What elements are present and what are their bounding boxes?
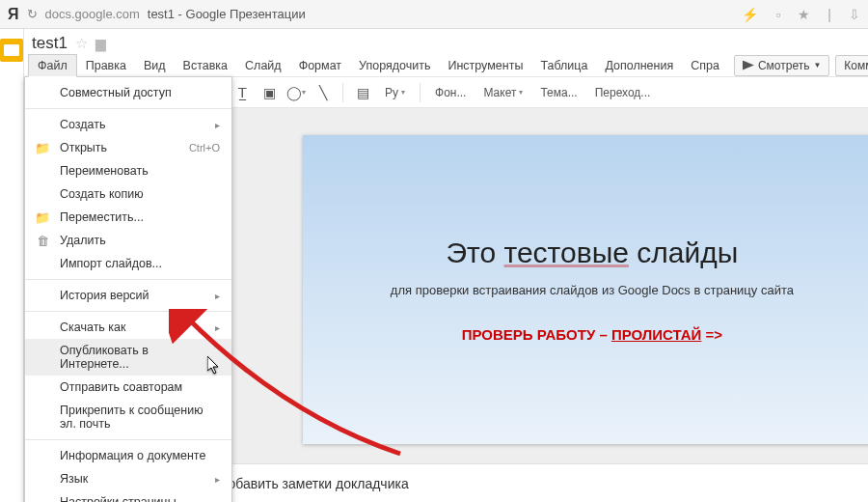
menu-item-docinfo[interactable]: Информация о документе bbox=[25, 444, 231, 467]
menu-item-label: Отправить соавторам bbox=[60, 380, 182, 394]
theme-button[interactable]: Тема... bbox=[534, 86, 583, 99]
menu-item-label: История версий bbox=[60, 289, 149, 302]
bookmark-star-icon[interactable]: ★ bbox=[798, 7, 810, 22]
trash-icon: 🗑 bbox=[35, 234, 50, 248]
slides-logo-icon[interactable] bbox=[0, 39, 23, 62]
slide-title[interactable]: Это тестовые слайды bbox=[447, 237, 739, 269]
lock-icon[interactable]: ▫ bbox=[775, 7, 780, 22]
menu-item-label: Создать копию bbox=[60, 187, 144, 201]
present-button[interactable]: Смотреть ▼ bbox=[734, 55, 829, 76]
url-host[interactable]: docs.google.com bbox=[45, 7, 140, 21]
layout-button[interactable]: Макет▾ bbox=[477, 86, 529, 99]
menu-item-open[interactable]: 📁ОткрытьCtrl+O bbox=[25, 136, 231, 159]
chevron-right-icon: ▸ bbox=[215, 120, 220, 130]
menu-item-new[interactable]: Создать▸ bbox=[25, 113, 231, 136]
separator: | bbox=[827, 7, 831, 22]
app-left-strip bbox=[0, 29, 24, 502]
menu-item-label: Удалить bbox=[60, 234, 106, 247]
menu-table[interactable]: Таблица bbox=[531, 55, 596, 76]
menu-insert[interactable]: Вставка bbox=[175, 55, 236, 76]
menu-slide[interactable]: Слайд bbox=[236, 55, 290, 76]
play-icon bbox=[743, 61, 754, 70]
reload-icon[interactable]: ↻ bbox=[27, 7, 38, 21]
menu-item-label: Открыть bbox=[60, 141, 107, 154]
menu-shortcut: Ctrl+O bbox=[189, 142, 220, 153]
menu-separator bbox=[25, 311, 231, 312]
menu-item-import[interactable]: Импорт слайдов... bbox=[25, 252, 231, 275]
textbox-icon[interactable]: T̲ bbox=[231, 82, 253, 103]
doc-title[interactable]: test1 bbox=[32, 34, 68, 53]
menu-edit[interactable]: Правка bbox=[77, 55, 135, 76]
menu-addons[interactable]: Дополнения bbox=[596, 55, 682, 76]
menu-separator bbox=[25, 439, 231, 440]
caret-down-icon: ▼ bbox=[813, 61, 821, 70]
present-label: Смотреть bbox=[758, 59, 810, 72]
menu-separator bbox=[25, 108, 231, 109]
shape-icon[interactable]: ◯▾ bbox=[285, 82, 307, 103]
menu-item-label: Переместить... bbox=[60, 210, 144, 224]
menu-item-share[interactable]: Совместный доступ bbox=[25, 81, 231, 104]
image-icon[interactable]: ▣ bbox=[258, 82, 280, 103]
menu-item-label: Переименовать bbox=[60, 164, 149, 178]
zoom-text[interactable]: Ру▾ bbox=[379, 86, 411, 99]
menu-view[interactable]: Вид bbox=[135, 55, 175, 76]
line-icon[interactable]: ╲ bbox=[312, 82, 334, 103]
slide-canvas[interactable]: Это тестовые слайды для проверки встраив… bbox=[303, 135, 868, 444]
download-icon[interactable]: ⇩ bbox=[849, 7, 860, 22]
menu-bar: Файл Правка Вид Вставка Слайд Формат Упо… bbox=[24, 54, 868, 77]
bolt-icon[interactable]: ⚡ bbox=[742, 7, 758, 22]
menu-item-copy[interactable]: Создать копию bbox=[25, 182, 231, 206]
star-icon[interactable]: ☆ bbox=[75, 35, 88, 52]
menu-item-label: Совместный доступ bbox=[60, 86, 172, 99]
menu-item-label: Информация о документе bbox=[60, 449, 205, 462]
menu-item-attach[interactable]: Прикрепить к сообщению эл. почть bbox=[25, 399, 231, 435]
comments-button[interactable]: Комментарии bbox=[835, 55, 868, 76]
menu-item-delete[interactable]: 🗑Удалить bbox=[25, 229, 231, 252]
menu-item-pagesetup[interactable]: Настройки страницы... bbox=[25, 490, 231, 502]
menu-item-publish[interactable]: Опубликовать в Интернете... bbox=[25, 339, 231, 376]
title-bar: test1 ☆ ▆ erokhova.mob@gmail.com ▼ bbox=[24, 29, 868, 54]
chevron-right-icon: ▸ bbox=[215, 474, 220, 485]
folder-icon[interactable]: ▆ bbox=[95, 36, 106, 51]
folder-icon: 📁 bbox=[35, 141, 50, 155]
menu-item-label: Язык bbox=[60, 472, 88, 486]
chevron-right-icon: ▸ bbox=[215, 322, 220, 333]
menu-item-lang[interactable]: Язык▸ bbox=[25, 467, 231, 490]
canvas-area: Это тестовые слайды для проверки встраив… bbox=[159, 108, 868, 502]
folder-icon: 📁 bbox=[35, 210, 50, 225]
chevron-right-icon: ▸ bbox=[215, 291, 220, 301]
menu-format[interactable]: Формат bbox=[290, 55, 350, 76]
menu-item-label: Импорт слайдов... bbox=[60, 257, 162, 270]
browser-logo: Я bbox=[8, 6, 19, 23]
background-button[interactable]: Фон... bbox=[429, 86, 472, 99]
menu-item-rename[interactable]: Переименовать bbox=[25, 159, 231, 182]
transition-button[interactable]: Переход... bbox=[589, 86, 657, 99]
menu-item-history[interactable]: История версий▸ bbox=[25, 284, 231, 307]
menu-item-label: Опубликовать в Интернете... bbox=[60, 344, 220, 371]
speaker-notes[interactable]: чтобы добавить заметки докладчика bbox=[159, 463, 868, 502]
menu-item-move[interactable]: 📁Переместить... bbox=[25, 206, 231, 229]
slide-subtitle[interactable]: для проверки встраивания слайдов из Goog… bbox=[391, 283, 794, 297]
comment-icon[interactable]: ▤ bbox=[352, 82, 373, 103]
menu-item-label: Настройки страницы... bbox=[60, 495, 186, 502]
slide-action-text[interactable]: ПРОВЕРЬ РАБОТУ – ПРОЛИСТАЙ => bbox=[462, 326, 722, 343]
menu-item-email-collab[interactable]: Отправить соавторам bbox=[25, 376, 231, 399]
menu-arrange[interactable]: Упорядочить bbox=[350, 55, 439, 76]
browser-bar: Я ↻ docs.google.com test1 - Google Презе… bbox=[0, 0, 868, 29]
menu-item-download[interactable]: Скачать как▸ bbox=[25, 316, 231, 339]
menu-help[interactable]: Спра bbox=[682, 55, 728, 76]
menu-item-label: Создать bbox=[60, 118, 106, 131]
menu-tools[interactable]: Инструменты bbox=[439, 55, 531, 76]
menu-file[interactable]: Файл bbox=[28, 54, 77, 77]
file-menu-dropdown: Совместный доступСоздать▸📁ОткрытьCtrl+OП… bbox=[24, 76, 232, 502]
page-title-tab: test1 - Google Презентации bbox=[148, 7, 306, 21]
menu-separator bbox=[25, 279, 231, 280]
menu-item-label: Скачать как bbox=[60, 321, 126, 334]
menu-item-label: Прикрепить к сообщению эл. почть bbox=[60, 404, 220, 431]
